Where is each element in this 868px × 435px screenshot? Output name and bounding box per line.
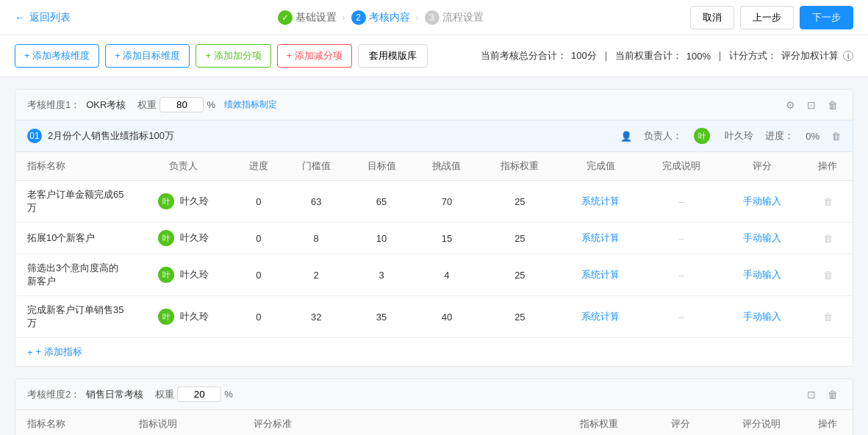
indicator-threshold: 8 [284, 223, 349, 254]
add-plus-button[interactable]: + 添加加分项 [196, 44, 270, 68]
summary-label-2: 当前权重合计： [615, 49, 682, 62]
section-1-table: 指标名称 负责人 进度 门槛值 目标值 挑战值 指标权重 完成值 完成说明 评分… [15, 152, 853, 338]
indicator-score[interactable]: 手动输入 [722, 181, 803, 223]
person-icon: 👤 [620, 131, 632, 142]
indicator-target: 10 [349, 223, 415, 254]
col2-score-desc: 评分说明 [721, 410, 803, 435]
indicator-score[interactable]: 手动输入 [722, 254, 803, 296]
avatar: 叶 [158, 309, 174, 325]
table-row: 完成新客户订单销售35万 叶 叶久玲 0 32 35 40 25 系统计算 – … [15, 296, 853, 338]
section-1-weight-input[interactable] [159, 97, 204, 112]
step-3-label: 流程设置 [442, 11, 484, 24]
back-arrow-icon: ← [15, 12, 25, 24]
indicator-complete-desc: – [641, 223, 722, 254]
delete-icon-2[interactable]: 🗑 [825, 387, 841, 402]
person-name: 叶久玲 [725, 129, 753, 143]
item-01-title: 2月份个人销售业绩指标100万 [48, 129, 620, 143]
section-2-actions: ⊡ 🗑 [804, 387, 841, 402]
avatar: 叶 [158, 193, 174, 209]
indicator-complete-val[interactable]: 系统计算 [560, 254, 641, 296]
section-2: 考核维度2： 销售日常考核 权重 % ⊡ 🗑 指标名称 指标说明 评分标准 指标… [15, 378, 853, 435]
section-1-actions: ⚙ ⊡ 🗑 [783, 98, 841, 112]
summary-label-3: 计分方式： [729, 49, 777, 62]
indicator-delete[interactable]: 🗑 [803, 181, 853, 223]
next-button[interactable]: 下一步 [800, 6, 853, 29]
add-indicator-label: + 添加指标 [36, 345, 82, 359]
step-3: 3 流程设置 [425, 10, 484, 25]
table-row: 老客户订单金额完成65万 叶 叶久玲 0 63 65 70 25 系统计算 – … [15, 181, 853, 223]
avatar: 叶 [158, 267, 174, 283]
page-header: ← 返回列表 ✓ 基础设置 › 2 考核内容 › 3 流程设置 取消 上一步 下… [0, 0, 868, 35]
col-complete-desc: 完成说明 [641, 152, 722, 181]
add-indicator-button[interactable]: + + 添加指标 [15, 338, 853, 366]
section-1-name: OKR考核 [86, 98, 126, 112]
step-arrow-1: › [342, 12, 345, 23]
indicator-score[interactable]: 手动输入 [722, 223, 803, 254]
col2-action: 操作 [803, 410, 853, 435]
col-complete-val: 完成值 [560, 152, 641, 181]
add-dimension-button[interactable]: + 添加考核维度 [15, 44, 99, 68]
col2-weight: 指标权重 [559, 410, 640, 435]
indicator-score[interactable]: 手动输入 [722, 296, 803, 338]
indicator-delete[interactable]: 🗑 [803, 254, 853, 296]
col-threshold: 门槛值 [284, 152, 349, 181]
item-01-delete-icon[interactable]: 🗑 [831, 131, 841, 142]
col-person: 负责人 [133, 152, 234, 181]
info-icon[interactable]: i [843, 51, 853, 61]
indicator-complete-val[interactable]: 系统计算 [560, 296, 641, 338]
section-1-weight-label: 权重 [137, 98, 157, 112]
section-1-header: 考核维度1： OKR考核 权重 % 绩效指标制定 ⚙ ⊡ 🗑 [15, 90, 853, 121]
person-label: 负责人： [644, 129, 682, 143]
back-button[interactable]: ← 返回列表 [15, 11, 71, 24]
indicator-name: 拓展10个新客户 [15, 223, 133, 254]
indicator-weight: 25 [479, 254, 560, 296]
indicator-person: 叶 叶久玲 [133, 296, 234, 338]
copy-icon[interactable]: ⊡ [804, 98, 819, 112]
col-name: 指标名称 [15, 152, 133, 181]
table-row: 筛选出3个意向度高的新客户 叶 叶久玲 0 2 3 4 25 系统计算 – 手动… [15, 254, 853, 296]
indicator-complete-val[interactable]: 系统计算 [560, 181, 641, 223]
prev-button[interactable]: 上一步 [740, 6, 794, 29]
col-score: 评分 [722, 152, 803, 181]
indicator-weight: 25 [479, 296, 560, 338]
section-2-label: 考核维度2： [27, 388, 80, 401]
indicator-complete-desc: – [641, 254, 722, 296]
copy-icon-2[interactable]: ⊡ [804, 387, 819, 402]
indicator-threshold: 32 [284, 296, 349, 338]
summary-val-1: 100分 [571, 49, 597, 62]
indicator-complete-val[interactable]: 系统计算 [560, 223, 641, 254]
step-indicator: ✓ 基础设置 › 2 考核内容 › 3 流程设置 [278, 10, 484, 25]
indicator-person: 叶 叶久玲 [133, 181, 234, 223]
section-2-weight-input[interactable] [177, 387, 221, 402]
indicator-person: 叶 叶久玲 [133, 223, 234, 254]
step-2: 2 考核内容 [351, 10, 410, 25]
indicator-challenge: 4 [415, 254, 480, 296]
person-avatar: 叶 [694, 128, 710, 144]
add-target-button[interactable]: + 添加目标维度 [105, 44, 190, 68]
indicator-target: 3 [349, 254, 415, 296]
delete-icon[interactable]: 🗑 [825, 98, 841, 112]
indicator-progress: 0 [234, 181, 284, 223]
toolbar: + 添加考核维度 + 添加目标维度 + 添加加分项 + 添加减分项 套用模版库 … [0, 35, 868, 77]
summary-val-2: 100% [686, 51, 711, 62]
back-label: 返回列表 [29, 11, 71, 24]
cancel-button[interactable]: 取消 [690, 6, 734, 29]
step-1-label: 基础设置 [295, 11, 337, 24]
item-01-header: 01 2月份个人销售业绩指标100万 👤 负责人： 叶 叶久玲 进度： 0% 🗑 [15, 121, 853, 152]
section-2-header: 考核维度2： 销售日常考核 权重 % ⊡ 🗑 [15, 379, 853, 410]
indicator-delete[interactable]: 🗑 [803, 223, 853, 254]
col-progress: 进度 [234, 152, 284, 181]
settings-icon[interactable]: ⚙ [783, 98, 798, 112]
indicator-complete-desc: – [641, 296, 722, 338]
main-content: 考核维度1： OKR考核 权重 % 绩效指标制定 ⚙ ⊡ 🗑 01 2月份个人销… [0, 77, 868, 435]
indicator-delete[interactable]: 🗑 [803, 296, 853, 338]
indicator-challenge: 15 [415, 223, 480, 254]
step-arrow-2: › [416, 12, 419, 23]
step-2-label: 考核内容 [369, 11, 410, 24]
indicator-name: 完成新客户订单销售35万 [15, 296, 133, 338]
add-minus-button[interactable]: + 添加减分项 [277, 44, 352, 68]
indicator-challenge: 40 [415, 296, 480, 338]
indicator-person: 叶 叶久玲 [133, 254, 234, 296]
indicator-progress: 0 [234, 296, 284, 338]
library-button[interactable]: 套用模版库 [358, 44, 428, 68]
